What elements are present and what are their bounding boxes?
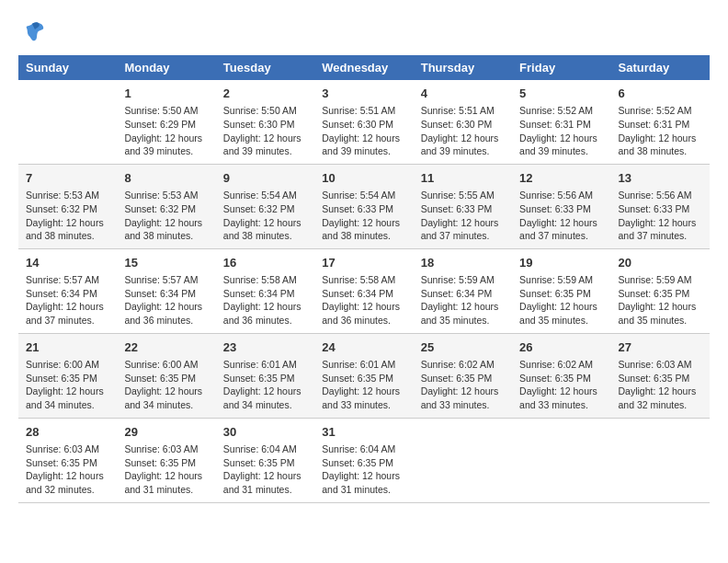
day-info: Sunrise: 5:53 AMSunset: 6:32 PMDaylight:…: [26, 189, 109, 243]
day-info: Sunrise: 6:03 AMSunset: 6:35 PMDaylight:…: [124, 442, 208, 497]
day-info: Sunrise: 6:03 AMSunset: 6:35 PMDaylight:…: [619, 358, 702, 412]
calendar-cell: 15Sunrise: 5:57 AMSunset: 6:34 PMDayligh…: [117, 248, 215, 333]
calendar-cell: 29Sunrise: 6:03 AMSunset: 6:35 PMDayligh…: [117, 418, 215, 502]
calendar-cell: 13Sunrise: 5:56 AMSunset: 6:33 PMDayligh…: [611, 164, 710, 248]
day-number: 3: [322, 86, 405, 102]
day-info: Sunrise: 5:55 AMSunset: 6:33 PMDaylight:…: [421, 189, 505, 243]
day-info: Sunrise: 5:57 AMSunset: 6:34 PMDaylight:…: [124, 273, 208, 327]
calendar-cell: 14Sunrise: 5:57 AMSunset: 6:34 PMDayligh…: [18, 248, 117, 333]
day-info: Sunrise: 5:56 AMSunset: 6:33 PMDaylight:…: [519, 189, 603, 243]
day-number: 4: [421, 86, 505, 102]
day-number: 18: [421, 255, 505, 271]
calendar-cell: 21Sunrise: 6:00 AMSunset: 6:35 PMDayligh…: [18, 333, 117, 418]
calendar-cell: 27Sunrise: 6:03 AMSunset: 6:35 PMDayligh…: [611, 333, 710, 418]
header-monday: Monday: [117, 55, 215, 80]
day-number: 6: [619, 86, 702, 102]
calendar-cell: 30Sunrise: 6:04 AMSunset: 6:35 PMDayligh…: [216, 418, 314, 502]
day-info: Sunrise: 6:04 AMSunset: 6:35 PMDaylight:…: [322, 442, 405, 497]
day-number: 23: [223, 339, 307, 356]
day-info: Sunrise: 6:00 AMSunset: 6:35 PMDaylight:…: [124, 358, 208, 412]
calendar-cell: 18Sunrise: 5:59 AMSunset: 6:34 PMDayligh…: [414, 248, 512, 333]
day-info: Sunrise: 5:50 AMSunset: 6:30 PMDaylight:…: [223, 104, 307, 158]
calendar-cell: 28Sunrise: 6:03 AMSunset: 6:35 PMDayligh…: [18, 418, 117, 502]
day-number: 22: [124, 339, 208, 356]
day-number: 21: [26, 339, 109, 356]
calendar-cell: [611, 418, 710, 502]
calendar-cell: 7Sunrise: 5:53 AMSunset: 6:32 PMDaylight…: [18, 164, 117, 248]
day-number: 24: [322, 339, 405, 356]
day-info: Sunrise: 6:01 AMSunset: 6:35 PMDaylight:…: [223, 358, 307, 412]
calendar-cell: 16Sunrise: 5:58 AMSunset: 6:34 PMDayligh…: [216, 248, 314, 333]
day-number: 12: [519, 170, 603, 187]
week-row-4: 21Sunrise: 6:00 AMSunset: 6:35 PMDayligh…: [18, 333, 710, 418]
day-number: 11: [421, 170, 505, 187]
calendar-cell: 3Sunrise: 5:51 AMSunset: 6:30 PMDaylight…: [314, 80, 413, 164]
calendar-cell: 25Sunrise: 6:02 AMSunset: 6:35 PMDayligh…: [414, 333, 512, 418]
day-info: Sunrise: 5:50 AMSunset: 6:29 PMDaylight:…: [124, 104, 208, 158]
day-info: Sunrise: 5:58 AMSunset: 6:34 PMDaylight:…: [223, 273, 307, 327]
day-number: 2: [223, 86, 307, 102]
day-number: 13: [619, 170, 702, 187]
day-info: Sunrise: 5:52 AMSunset: 6:31 PMDaylight:…: [519, 104, 603, 158]
calendar-cell: 31Sunrise: 6:04 AMSunset: 6:35 PMDayligh…: [314, 418, 413, 502]
day-number: 25: [421, 339, 505, 356]
day-number: 27: [619, 339, 702, 356]
calendar-table: SundayMondayTuesdayWednesdayThursdayFrid…: [18, 55, 710, 503]
calendar-cell: 2Sunrise: 5:50 AMSunset: 6:30 PMDaylight…: [216, 80, 314, 164]
calendar-cell: 24Sunrise: 6:01 AMSunset: 6:35 PMDayligh…: [314, 333, 413, 418]
calendar-cell: 8Sunrise: 5:53 AMSunset: 6:32 PMDaylight…: [117, 164, 215, 248]
week-row-5: 28Sunrise: 6:03 AMSunset: 6:35 PMDayligh…: [18, 418, 710, 502]
day-info: Sunrise: 6:00 AMSunset: 6:35 PMDaylight:…: [26, 358, 109, 412]
calendar-cell: 12Sunrise: 5:56 AMSunset: 6:33 PMDayligh…: [512, 164, 610, 248]
calendar-header-row: SundayMondayTuesdayWednesdayThursdayFrid…: [18, 55, 710, 80]
calendar-cell: 22Sunrise: 6:00 AMSunset: 6:35 PMDayligh…: [117, 333, 215, 418]
day-info: Sunrise: 5:59 AMSunset: 6:35 PMDaylight:…: [619, 273, 702, 327]
header-wednesday: Wednesday: [314, 55, 413, 80]
day-info: Sunrise: 5:56 AMSunset: 6:33 PMDaylight:…: [619, 189, 702, 243]
logo: [18, 18, 50, 46]
day-info: Sunrise: 6:01 AMSunset: 6:35 PMDaylight:…: [322, 358, 405, 412]
day-number: 8: [124, 170, 208, 187]
calendar-cell: 23Sunrise: 6:01 AMSunset: 6:35 PMDayligh…: [216, 333, 314, 418]
week-row-2: 7Sunrise: 5:53 AMSunset: 6:32 PMDaylight…: [18, 164, 710, 248]
day-info: Sunrise: 5:58 AMSunset: 6:34 PMDaylight:…: [322, 273, 405, 327]
day-number: 14: [26, 255, 109, 271]
day-info: Sunrise: 6:04 AMSunset: 6:35 PMDaylight:…: [223, 442, 307, 497]
day-number: 26: [519, 339, 603, 356]
calendar-cell: 17Sunrise: 5:58 AMSunset: 6:34 PMDayligh…: [314, 248, 413, 333]
day-number: 29: [124, 424, 208, 441]
day-number: 20: [619, 255, 702, 271]
day-info: Sunrise: 5:57 AMSunset: 6:34 PMDaylight:…: [26, 273, 109, 327]
day-number: 16: [223, 255, 307, 271]
day-info: Sunrise: 5:59 AMSunset: 6:34 PMDaylight:…: [421, 273, 505, 327]
calendar-cell: 19Sunrise: 5:59 AMSunset: 6:35 PMDayligh…: [512, 248, 610, 333]
day-info: Sunrise: 5:52 AMSunset: 6:31 PMDaylight:…: [619, 104, 702, 158]
day-number: 9: [223, 170, 307, 187]
day-number: 19: [519, 255, 603, 271]
calendar-cell: 11Sunrise: 5:55 AMSunset: 6:33 PMDayligh…: [414, 164, 512, 248]
day-number: 10: [322, 170, 405, 187]
calendar-cell: 1Sunrise: 5:50 AMSunset: 6:29 PMDaylight…: [117, 80, 215, 164]
day-number: 28: [26, 424, 109, 441]
day-info: Sunrise: 6:03 AMSunset: 6:35 PMDaylight:…: [26, 442, 109, 497]
day-number: 1: [124, 86, 208, 102]
calendar-cell: 5Sunrise: 5:52 AMSunset: 6:31 PMDaylight…: [512, 80, 610, 164]
calendar-cell: 9Sunrise: 5:54 AMSunset: 6:32 PMDaylight…: [216, 164, 314, 248]
header-tuesday: Tuesday: [216, 55, 314, 80]
day-info: Sunrise: 6:02 AMSunset: 6:35 PMDaylight:…: [421, 358, 505, 412]
week-row-3: 14Sunrise: 5:57 AMSunset: 6:34 PMDayligh…: [18, 248, 710, 333]
calendar-cell: [18, 80, 117, 164]
day-number: 31: [322, 424, 405, 441]
calendar-cell: [414, 418, 512, 502]
header-sunday: Sunday: [18, 55, 117, 80]
calendar-cell: 26Sunrise: 6:02 AMSunset: 6:35 PMDayligh…: [512, 333, 610, 418]
logo-bird-icon: [18, 18, 46, 46]
day-info: Sunrise: 5:53 AMSunset: 6:32 PMDaylight:…: [124, 189, 208, 243]
calendar-cell: 6Sunrise: 5:52 AMSunset: 6:31 PMDaylight…: [611, 80, 710, 164]
page-header: [18, 18, 710, 46]
day-number: 5: [519, 86, 603, 102]
day-info: Sunrise: 5:54 AMSunset: 6:33 PMDaylight:…: [322, 189, 405, 243]
day-info: Sunrise: 5:59 AMSunset: 6:35 PMDaylight:…: [519, 273, 603, 327]
calendar-cell: 4Sunrise: 5:51 AMSunset: 6:30 PMDaylight…: [414, 80, 512, 164]
calendar-cell: [512, 418, 610, 502]
